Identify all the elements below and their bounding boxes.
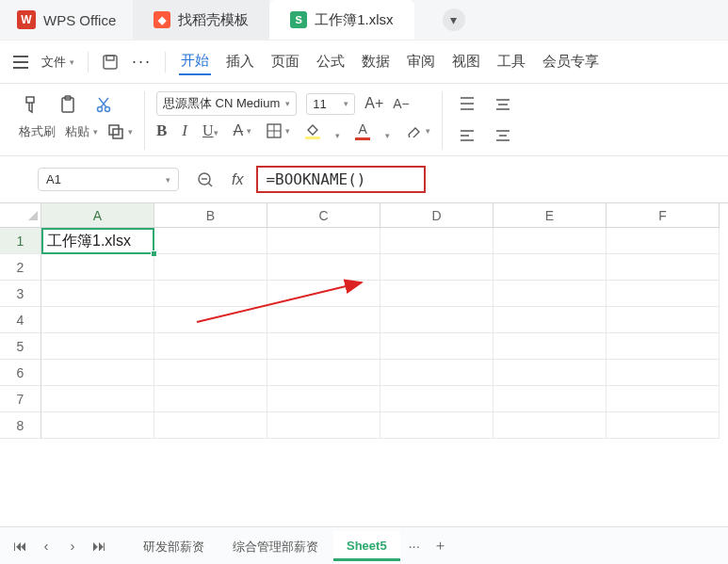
cell[interactable] xyxy=(41,386,154,412)
cell[interactable] xyxy=(267,360,380,386)
cell[interactable] xyxy=(380,333,493,360)
row-header-2[interactable]: 2 xyxy=(0,254,41,281)
cell[interactable] xyxy=(154,307,267,333)
italic-button[interactable]: I xyxy=(182,121,187,140)
tab-overflow-button[interactable]: ▾ xyxy=(443,8,465,31)
cancel-formula-button[interactable] xyxy=(192,167,218,193)
cell[interactable] xyxy=(41,307,154,333)
sheet-add-button[interactable]: ＋ xyxy=(429,533,453,559)
row-header-3[interactable]: 3 xyxy=(0,281,41,307)
sheet-nav-last[interactable]: ⏭ xyxy=(87,533,111,559)
tab-tools[interactable]: 工具 xyxy=(495,49,527,74)
cell[interactable] xyxy=(154,360,267,386)
cell[interactable] xyxy=(380,412,493,439)
cell[interactable] xyxy=(493,281,607,307)
sheet-nav-next[interactable]: › xyxy=(60,533,85,559)
cell[interactable] xyxy=(41,333,154,360)
cell[interactable] xyxy=(267,386,380,412)
cell[interactable] xyxy=(380,307,493,333)
cell[interactable] xyxy=(380,254,493,281)
tab-view[interactable]: 视图 xyxy=(450,49,482,74)
cell[interactable] xyxy=(267,254,380,281)
eraser-button[interactable]: ▾ xyxy=(405,124,430,137)
cell[interactable] xyxy=(154,412,267,439)
tab-member[interactable]: 会员专享 xyxy=(541,49,601,74)
cell[interactable] xyxy=(154,281,267,307)
format-brush-button[interactable]: 格式刷 xyxy=(19,123,56,140)
font-size-select[interactable]: 11▾ xyxy=(306,93,355,115)
tab-workbook[interactable]: S 工作簿1.xlsx xyxy=(269,0,413,40)
cell[interactable] xyxy=(607,386,720,412)
cell[interactable] xyxy=(607,333,720,360)
row-header-5[interactable]: 5 xyxy=(0,333,41,360)
cell[interactable] xyxy=(41,412,154,439)
cell[interactable] xyxy=(154,228,267,254)
cell[interactable] xyxy=(154,254,267,281)
cell[interactable] xyxy=(380,281,493,307)
cell[interactable] xyxy=(493,228,607,254)
select-all-corner[interactable] xyxy=(0,203,41,228)
sheet-nav-prev[interactable]: ‹ xyxy=(34,533,58,559)
cell[interactable] xyxy=(493,360,607,386)
cell[interactable] xyxy=(267,333,380,360)
cell[interactable] xyxy=(41,254,154,281)
tab-start[interactable]: 开始 xyxy=(179,48,211,75)
fx-button[interactable]: fx xyxy=(232,171,243,188)
cell[interactable] xyxy=(380,386,493,412)
decrease-font-button[interactable]: A− xyxy=(393,96,410,111)
formula-bar[interactable]: =BOOKNAME() xyxy=(256,166,426,193)
fill-color-button[interactable] xyxy=(305,122,320,139)
row-header-1[interactable]: 1 xyxy=(0,228,41,254)
borders-button[interactable]: ▾ xyxy=(267,123,290,138)
cell[interactable] xyxy=(41,360,154,386)
row-header-6[interactable]: 6 xyxy=(0,360,41,386)
row-header-4[interactable]: 4 xyxy=(0,307,41,333)
align-top-button[interactable] xyxy=(454,91,480,118)
strike-button[interactable]: A▾ xyxy=(234,122,252,139)
tab-insert[interactable]: 插入 xyxy=(224,49,256,74)
bold-button[interactable]: B xyxy=(156,121,167,140)
format-brush-icon[interactable] xyxy=(19,91,45,118)
more-menu[interactable]: ··· xyxy=(132,52,152,72)
align-left-button[interactable] xyxy=(454,123,480,150)
cell[interactable] xyxy=(380,228,493,254)
row-header-8[interactable]: 8 xyxy=(0,412,41,439)
cut-icon[interactable] xyxy=(90,91,117,118)
tab-formula[interactable]: 公式 xyxy=(315,49,347,74)
cell[interactable] xyxy=(41,281,154,307)
cell[interactable] xyxy=(493,386,607,412)
cell-a1[interactable]: 工作簿1.xlsx xyxy=(41,228,154,254)
copy-button[interactable]: ▾ xyxy=(107,123,133,140)
sheet-nav-first[interactable]: ⏮ xyxy=(8,533,32,559)
underline-button[interactable]: U▾ xyxy=(202,122,218,139)
cell[interactable] xyxy=(267,307,380,333)
cell[interactable] xyxy=(607,254,720,281)
file-menu[interactable]: 文件 ▾ xyxy=(41,54,74,71)
menu-icon-button[interactable] xyxy=(13,56,28,69)
paste-button[interactable]: 粘贴▾ xyxy=(65,123,98,140)
cell[interactable] xyxy=(154,386,267,412)
cell[interactable] xyxy=(607,307,720,333)
font-color-button[interactable]: A xyxy=(355,121,370,140)
cell[interactable] xyxy=(267,228,380,254)
cell[interactable] xyxy=(380,360,493,386)
save-button[interactable] xyxy=(102,54,119,71)
clipboard-icon[interactable] xyxy=(55,91,81,118)
chevron-down-icon[interactable]: ▾ xyxy=(335,131,340,140)
cell[interactable] xyxy=(267,412,380,439)
tab-page[interactable]: 页面 xyxy=(269,49,301,74)
tab-review[interactable]: 审阅 xyxy=(405,49,437,74)
cell[interactable] xyxy=(607,412,720,439)
col-header-a[interactable]: A xyxy=(41,203,154,228)
cell[interactable] xyxy=(267,281,380,307)
sheet-tab-2[interactable]: Sheet5 xyxy=(333,531,400,561)
col-header-c[interactable]: C xyxy=(267,203,380,228)
cell[interactable] xyxy=(607,281,720,307)
align-center-button[interactable] xyxy=(490,123,516,150)
cell[interactable] xyxy=(493,254,607,281)
col-header-d[interactable]: D xyxy=(380,203,493,228)
font-family-select[interactable]: 思源黑体 CN Medium▾ xyxy=(156,91,297,116)
tab-templates[interactable]: ◆ 找稻壳模板 xyxy=(133,0,269,40)
increase-font-button[interactable]: A+ xyxy=(364,95,383,112)
cell[interactable] xyxy=(607,360,720,386)
